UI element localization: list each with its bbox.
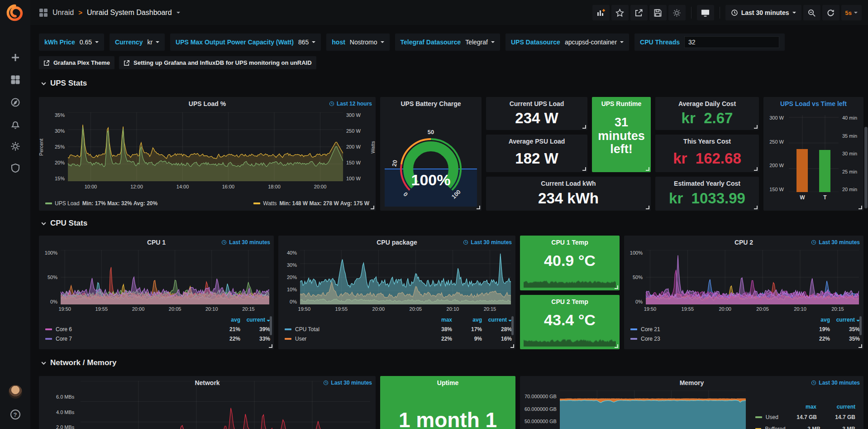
explore-icon[interactable]	[0, 93, 30, 111]
cpu-threads-input[interactable]	[684, 36, 779, 48]
stat-value: 1 month 1	[380, 408, 515, 429]
time-range-link[interactable]: Last 12 hours	[329, 101, 372, 107]
legend-series-name[interactable]: Core 21	[641, 326, 800, 333]
user-avatar[interactable]	[0, 383, 30, 401]
clock-icon	[323, 380, 329, 386]
panel-title[interactable]: UPS Runtime	[592, 100, 651, 107]
time-range-link[interactable]: Last 30 minutes	[463, 239, 512, 246]
time-range-link[interactable]: Last 30 minutes	[811, 380, 860, 386]
panel-cpu2-temp: CPU 2 Temp 43.4 °C	[520, 295, 620, 349]
grafana-logo[interactable]	[6, 4, 24, 22]
legend-series-name[interactable]: Core 6	[56, 326, 210, 333]
legend-sort-max[interactable]: max	[777, 404, 816, 410]
variable-value-dropdown[interactable]: 0.65	[80, 39, 99, 46]
time-range-link[interactable]: Last 30 minutes	[221, 239, 270, 246]
page-scrollbar[interactable]	[864, 127, 868, 208]
legend-sort-max[interactable]: max	[422, 317, 452, 323]
server-admin-shield-icon[interactable]	[0, 159, 30, 177]
legend-sort-avg[interactable]: avg	[452, 317, 482, 323]
panel-title[interactable]: UPS Battery Charge	[380, 100, 482, 107]
legend-series-name[interactable]: Used	[766, 414, 778, 420]
variable-value-dropdown[interactable]: apcupsd-container	[565, 39, 624, 46]
legend-sort-current[interactable]: current	[482, 317, 512, 323]
panel-title-link[interactable]: UPS Load vs Time left	[763, 100, 863, 107]
panel-title[interactable]: This Years Cost	[655, 138, 759, 145]
panel-title[interactable]: Uptime	[380, 379, 515, 386]
panel-title[interactable]: CPU 1 Temp	[520, 239, 620, 246]
variable-value-dropdown[interactable]: 865	[298, 39, 315, 46]
legend-scrollbar[interactable]	[859, 316, 862, 335]
link-grafana-plex-theme[interactable]: Grafana Plex Theme	[39, 56, 114, 69]
create-icon[interactable]	[0, 48, 30, 67]
variable-value-dropdown[interactable]: Telegraf	[465, 39, 495, 46]
section-network-memory[interactable]: Network / Memory	[41, 358, 116, 367]
panel-title[interactable]: Current Load kWh	[486, 180, 651, 187]
help-icon[interactable]: ?	[0, 405, 30, 424]
refresh-button[interactable]	[822, 5, 839, 20]
legend-sort-avg[interactable]: avg	[210, 317, 240, 323]
legend-sort-current[interactable]: current	[830, 317, 860, 323]
add-panel-button[interactable]	[592, 5, 610, 20]
section-cpu-stats[interactable]: CPU Stats	[41, 219, 87, 228]
time-range-label: Last 30 minutes	[741, 9, 789, 16]
variable-currency: Currency kr	[110, 34, 165, 51]
panel-title[interactable]: CPU 2 Temp	[520, 298, 620, 305]
legend-sort-avg[interactable]: avg	[800, 317, 830, 323]
section-ups-stats[interactable]: UPS Stats	[41, 79, 87, 88]
legend-series-name[interactable]: Core 23	[641, 336, 800, 342]
divider	[720, 7, 720, 19]
time-range-link[interactable]: Last 30 minutes	[811, 239, 860, 246]
panel-ups-battery-charge: UPS Battery Charge 02050100 100%	[380, 97, 482, 211]
alerting-bell-icon[interactable]	[0, 116, 30, 134]
cycle-view-mode-button[interactable]	[697, 5, 714, 20]
legend-series-name[interactable]: Buffered	[765, 426, 785, 429]
dashboard-links-row: Grafana Plex Theme Setting up Grafana an…	[39, 56, 316, 69]
breadcrumb-separator: >	[78, 9, 82, 16]
stat-value: 234 W	[486, 110, 587, 127]
breadcrumb-folder[interactable]: Unraid	[52, 9, 74, 17]
refresh-interval-picker[interactable]: 5s	[841, 5, 862, 20]
panel-title[interactable]: UPS Load %	[39, 100, 376, 107]
configuration-gear-icon[interactable]	[0, 137, 30, 155]
series-color	[285, 328, 291, 330]
grafana-dashboard: ? Unraid > Unraid System Dashboard	[0, 0, 868, 429]
legend-scrollbar[interactable]	[511, 316, 514, 335]
legend-value: 14.7 GB	[778, 414, 817, 420]
dashboard-title[interactable]: Unraid System Dashboard	[87, 9, 172, 17]
legend-series-name[interactable]: Core 7	[56, 336, 210, 342]
legend-series-name[interactable]: UPS Load	[55, 200, 80, 207]
panel-title[interactable]: Current UPS Load	[486, 100, 587, 107]
time-range-picker[interactable]: Last 30 minutes	[725, 5, 801, 20]
dashboards-icon[interactable]	[0, 71, 30, 89]
panel-title[interactable]: Average Daily Cost	[655, 100, 759, 107]
legend-series-name[interactable]: User	[295, 336, 422, 342]
link-ups-monitoring-guide[interactable]: Setting up Grafana and InfluxDB for UPS …	[119, 56, 316, 69]
caret-down-icon	[95, 41, 99, 43]
time-range-link[interactable]: Last 30 minutes	[323, 380, 372, 386]
variable-kwh-price: kWh Price 0.65	[39, 34, 104, 51]
share-dashboard-button[interactable]	[630, 5, 648, 20]
add-panel-icon	[596, 8, 606, 17]
stat-value: kr 2.67	[655, 110, 759, 127]
refresh-interval-caret-icon	[854, 12, 858, 14]
legend-series-name[interactable]: Watts	[263, 200, 277, 207]
breadcrumb: Unraid > Unraid System Dashboard	[39, 0, 180, 25]
variable-label: CPU Threads	[640, 39, 680, 46]
panel-title[interactable]: Estimated Yearly Cost	[655, 180, 759, 187]
legend-value: 22%	[210, 336, 240, 342]
panel-average-daily-cost: Average Daily Cost kr 2.67	[655, 97, 759, 130]
panel-title[interactable]: Average PSU Load	[486, 138, 587, 145]
zoom-out-time-button[interactable]	[803, 5, 820, 20]
dashboard-settings-button[interactable]	[668, 5, 686, 20]
legend-series-name[interactable]: CPU Total	[295, 326, 422, 333]
star-dashboard-button[interactable]	[611, 5, 629, 20]
legend-series-stats: Min: 17% Max: 32% Avg: 20%	[82, 200, 158, 207]
legend-scrollbar[interactable]	[270, 316, 272, 335]
dashboard-title-caret-icon[interactable]	[176, 12, 180, 14]
dashboard-grid-icon[interactable]	[39, 8, 48, 17]
save-dashboard-button[interactable]	[649, 5, 667, 20]
variable-value-dropdown[interactable]: Nostromo	[350, 39, 384, 46]
variable-value-dropdown[interactable]: kr	[147, 39, 159, 46]
legend-sort-current[interactable]: current	[240, 317, 270, 323]
legend-sort-current[interactable]: current	[816, 404, 855, 410]
